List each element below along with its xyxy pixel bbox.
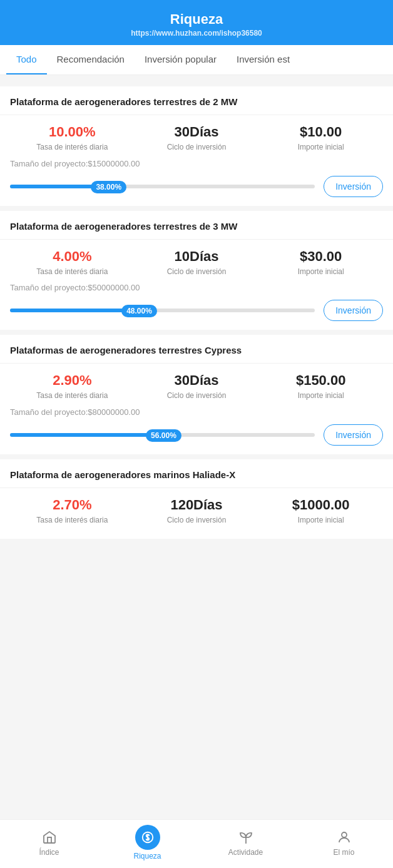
card-3-progress-label: 56.00% [146,429,181,442]
card-4-body: 2.70% Tasa de interés diaria 120Días Cic… [0,488,393,539]
card-2-rate: 4.00% [53,248,91,265]
card-4-cycle: 120Días [170,497,222,513]
card-3-progress-track: 56.00% [10,433,315,437]
card-3-progress-thumb: 56.00% [146,429,181,441]
card-2-title: Plataforma de aerogeneradores terrestres… [0,211,393,240]
card-4-cycle-item: 120Días Ciclo de inversión [135,497,259,526]
card-1-amount-item: $10.00 Importe inicial [258,124,383,153]
card-3-cycle-label: Ciclo de inversión [167,391,227,401]
card-2-cycle: 10Días [175,248,219,265]
nav-actividade-label: Actividade [228,848,263,857]
card-1-rate: 10.00% [49,124,96,140]
card-3-rate: 2.90% [53,372,91,389]
card-2-rate-item: 4.00% Tasa de interés diaria [10,248,135,277]
card-3-cycle-item: 30Días Ciclo de inversión [135,372,259,401]
card-3-amount-item: $150.00 Importe inicial [258,372,383,401]
nav-actividade[interactable]: Actividade [196,829,295,857]
card-3-project-size: Tamaño del proyecto:$80000000.00 [10,407,383,417]
card-4-rate-item: 2.70% Tasa de interés diaria [10,497,135,526]
person-icon [335,829,353,846]
tab-inversion-est[interactable]: Inversión est [227,45,300,74]
card-2-progress-fill: 48.00% [10,309,156,312]
card-1-title: Plataforma de aerogeneradores terrestres… [0,86,393,115]
card-4-amount-label: Importe inicial [298,516,344,526]
home-icon [41,829,58,846]
card-3-progress-row: 56.00% Inversión [10,424,383,446]
card-4-amount: $1000.00 [292,497,350,513]
card-1-progress-fill: 38.00% [10,185,126,188]
card-1-rate-item: 10.00% Tasa de interés diaria [10,124,135,153]
card-4-cycle-label: Ciclo de inversión [167,516,227,526]
tab-inversion-popular[interactable]: Inversión popular [135,45,227,74]
card-1-progress-track: 38.00% [10,185,315,188]
card-2-cycle-label: Ciclo de inversión [167,267,227,277]
card-2-amount-item: $30.00 Importe inicial [258,248,383,277]
card-4-rate-label: Tasa de interés diaria [36,516,108,526]
tabs-bar: Todo Recomendación Inversión popular Inv… [0,45,393,75]
card-1-project-size: Tamaño del proyecto:$15000000.00 [10,159,383,168]
bottom-nav: Índice Riqueza Actividade El mío [0,819,393,868]
card-1-cycle: 30Días [175,124,219,140]
plant-icon [237,829,255,846]
card-1-progress-row: 38.00% Inversión [10,176,383,197]
card-2-progress-label: 48.00% [121,305,157,317]
card-2-rate-label: Tasa de interés diaria [36,267,108,277]
nav-indice-label: Índice [39,848,59,857]
bottom-spacer [0,544,393,588]
content-area: Plataforma de aerogeneradores terrestres… [0,75,393,594]
card-2-stats: 4.00% Tasa de interés diaria 10Días Cicl… [10,248,383,277]
tab-recomendacion[interactable]: Recomendación [47,45,135,74]
card-2-progress-row: 48.00% Inversión [10,300,383,321]
header-title: Riqueza [0,11,393,28]
nav-indice[interactable]: Índice [0,829,98,857]
investment-card-3: Plataformas de aerogeneradores terrestre… [0,335,393,454]
card-3-rate-label: Tasa de interés diaria [36,391,108,401]
card-3-progress-container: 56.00% [10,426,315,444]
card-2-amount: $30.00 [300,248,342,265]
card-1-cycle-label: Ciclo de inversión [167,143,227,153]
card-2-amount-label: Importe inicial [298,267,344,277]
nav-riqueza[interactable]: Riqueza [98,825,196,860]
card-2-cycle-item: 10Días Ciclo de inversión [135,248,259,277]
card-2-project-size: Tamaño del proyecto:$50000000.00 [10,283,383,292]
card-1-progress-label: 38.00% [91,181,126,193]
card-1-amount: $10.00 [300,124,342,140]
header: Riqueza https://www.huzhan.com/ishop3658… [0,0,393,45]
card-2-body: 4.00% Tasa de interés diaria 10Días Cicl… [0,240,393,330]
card-3-stats: 2.90% Tasa de interés diaria 30Días Cicl… [10,372,383,401]
nav-riqueza-label: Riqueza [133,852,161,860]
card-3-progress-fill: 56.00% [10,433,181,437]
card-1-inversion-button[interactable]: Inversión [324,176,383,197]
svg-point-1 [342,832,347,837]
card-1-stats: 10.00% Tasa de interés diaria 30Días Cic… [10,124,383,153]
card-1-progress-thumb: 38.00% [91,181,126,192]
card-1-rate-label: Tasa de interés diaria [36,143,108,153]
card-1-cycle-item: 30Días Ciclo de inversión [135,124,259,153]
card-3-body: 2.90% Tasa de interés diaria 30Días Cicl… [0,364,393,454]
card-4-amount-item: $1000.00 Importe inicial [258,497,383,526]
card-3-cycle: 30Días [175,372,219,389]
card-3-title: Plataformas de aerogeneradores terrestre… [0,335,393,364]
card-1-body: 10.00% Tasa de interés diaria 30Días Cic… [0,115,393,206]
dollar-icon [135,825,160,850]
investment-card-4: Plataforma de aerogeneradores marinos Ha… [0,459,393,539]
card-3-rate-item: 2.90% Tasa de interés diaria [10,372,135,401]
nav-el-mio[interactable]: El mío [295,829,393,857]
investment-card-2: Plataforma de aerogeneradores terrestres… [0,211,393,330]
header-url: https://www.huzhan.com/ishop36580 [0,29,393,38]
card-1-progress-container: 38.00% [10,178,315,195]
card-2-progress-track: 48.00% [10,309,315,312]
card-2-progress-container: 48.00% [10,302,315,319]
tab-todo[interactable]: Todo [6,45,47,74]
card-4-title: Plataforma de aerogeneradores marinos Ha… [0,459,393,488]
card-3-amount: $150.00 [296,372,346,389]
nav-el-mio-label: El mío [333,848,354,857]
card-1-amount-label: Importe inicial [298,143,344,153]
card-2-progress-thumb: 48.00% [121,305,157,316]
card-2-inversion-button[interactable]: Inversión [324,300,383,321]
investment-card-1: Plataforma de aerogeneradores terrestres… [0,86,393,206]
card-3-inversion-button[interactable]: Inversión [324,424,383,446]
card-4-stats: 2.70% Tasa de interés diaria 120Días Cic… [10,497,383,526]
card-3-amount-label: Importe inicial [298,391,344,401]
card-4-rate: 2.70% [53,497,91,513]
